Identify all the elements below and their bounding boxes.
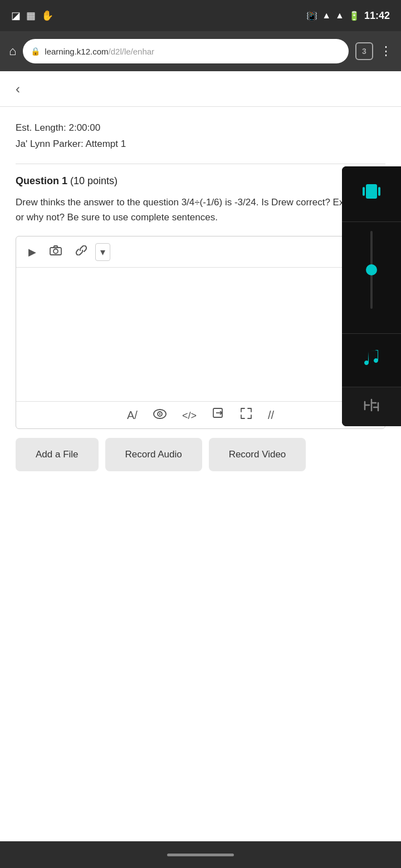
search-button[interactable]: [212, 407, 224, 423]
expand-button[interactable]: [240, 407, 252, 423]
home-button[interactable]: ⌂: [9, 44, 16, 58]
vibrate-panel-icon: [360, 180, 383, 208]
status-time: 11:42: [364, 10, 390, 22]
url-base: learning.k12.com: [45, 47, 108, 56]
add-file-button[interactable]: Add a File: [16, 438, 99, 471]
browser-bar: ⌂ 🔒 learning.k12.com/d2l/le/enhar 3 ⋮: [0, 31, 401, 71]
edit-icon: //: [268, 409, 274, 421]
url-text: learning.k12.com/d2l/le/enhar: [45, 47, 341, 56]
question-points: (10 points): [70, 175, 118, 186]
question-section: Question 1 (10 points) Drew thinks the a…: [16, 175, 385, 471]
grid-icon: ▦: [26, 9, 36, 22]
camera-toolbar-button[interactable]: [44, 242, 67, 262]
edit-button[interactable]: //: [268, 408, 274, 422]
hand-icon: ✋: [41, 9, 53, 22]
status-bar: ◪ ▦ ✋ 📳 ▲ ▲ 🔋 11:42: [0, 0, 401, 31]
meta-info: Est. Length: 2:00:00 Ja' Lynn Parker: At…: [16, 120, 385, 164]
svg-rect-2: [378, 187, 380, 196]
question-title: Question 1 (10 points): [16, 175, 385, 187]
video-toolbar-button[interactable]: ▶: [23, 243, 42, 262]
vibrate-status-icon: 📳: [306, 11, 317, 21]
volume-slider-track[interactable]: [370, 231, 373, 309]
panel-eq-section[interactable]: [342, 387, 401, 426]
signal-icon: ▲: [335, 11, 344, 21]
font-icon: A/: [127, 409, 138, 421]
status-icons-left: ◪ ▦ ✋: [11, 9, 53, 22]
panel-slider-section[interactable]: [342, 222, 401, 333]
panel-vibrate-section[interactable]: [342, 166, 401, 221]
battery-icon: 🔋: [349, 11, 360, 21]
wifi-icon: ▲: [322, 11, 331, 21]
est-length: Est. Length: 2:00:00: [16, 120, 385, 136]
svg-point-10: [53, 249, 58, 254]
record-audio-button[interactable]: Record Audio: [105, 438, 202, 471]
address-bar[interactable]: 🔒 learning.k12.com/d2l/le/enhar: [23, 39, 349, 63]
font-button[interactable]: A/: [127, 408, 138, 422]
svg-point-13: [159, 413, 160, 415]
student-attempt: Ja' Lynn Parker: Attempt 1: [16, 136, 385, 152]
question-body: Drew thinks the answer to the question 3…: [16, 195, 385, 225]
question-label: Question 1: [16, 175, 67, 186]
editor-footer: A/ </>: [16, 401, 385, 428]
bottom-pill: [167, 854, 234, 856]
status-icons-right: 📳 ▲ ▲ 🔋 11:42: [306, 10, 390, 22]
svg-rect-1: [363, 187, 365, 196]
browser-menu-button[interactable]: ⋮: [380, 44, 392, 58]
action-buttons: Add a File Record Audio Record Video: [16, 438, 385, 471]
music-note-icon: [361, 347, 382, 373]
url-path: /d2l/le/enhar: [109, 47, 155, 56]
toolbar-dropdown-button[interactable]: ▾: [95, 243, 110, 261]
eye-button[interactable]: [153, 408, 167, 422]
nav-bar: ‹: [0, 71, 401, 107]
editor-text-area[interactable]: [16, 268, 385, 401]
main-content: Est. Length: 2:00:00 Ja' Lynn Parker: At…: [0, 107, 401, 485]
record-video-button[interactable]: Record Video: [209, 438, 306, 471]
volume-slider-thumb[interactable]: [366, 264, 377, 275]
panel-music-section[interactable]: [342, 334, 401, 387]
lock-icon: 🔒: [31, 47, 40, 56]
bottom-navigation-bar: [0, 841, 401, 868]
svg-rect-0: [366, 184, 377, 199]
link-toolbar-button[interactable]: [70, 242, 93, 262]
answer-editor[interactable]: ▶ ▾ ···: [16, 236, 385, 429]
notification-icon: ◪: [11, 9, 21, 22]
code-icon: </>: [182, 410, 197, 421]
floating-panel: [342, 166, 401, 426]
tab-count-badge[interactable]: 3: [355, 42, 373, 60]
code-button[interactable]: </>: [182, 408, 197, 422]
equalizer-icon: [363, 397, 380, 416]
editor-toolbar: ▶ ▾ ···: [16, 236, 385, 268]
back-button[interactable]: ‹: [11, 77, 25, 101]
